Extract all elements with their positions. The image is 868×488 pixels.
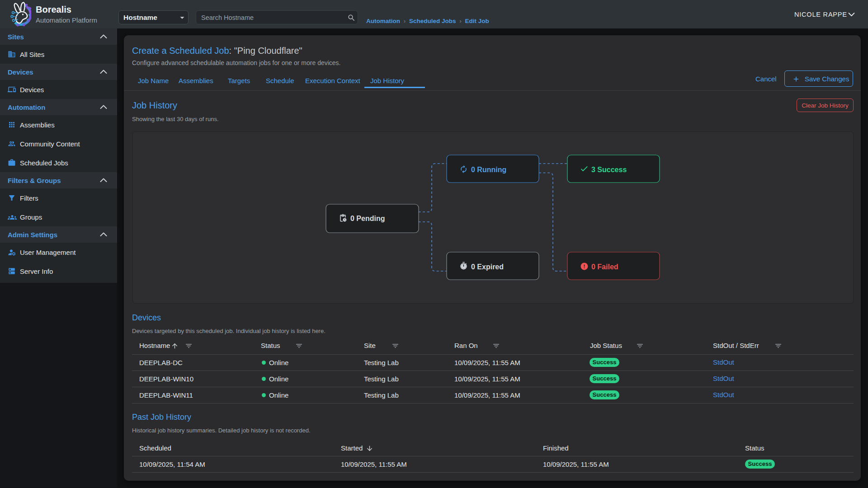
svg-text:0 Expired: 0 Expired: [471, 263, 504, 271]
svg-text:0 Failed: 0 Failed: [591, 263, 618, 271]
svg-text:0 Running: 0 Running: [471, 166, 506, 174]
svg-text:0 Pending: 0 Pending: [350, 215, 385, 222]
svg-text:3 Success: 3 Success: [591, 166, 627, 174]
